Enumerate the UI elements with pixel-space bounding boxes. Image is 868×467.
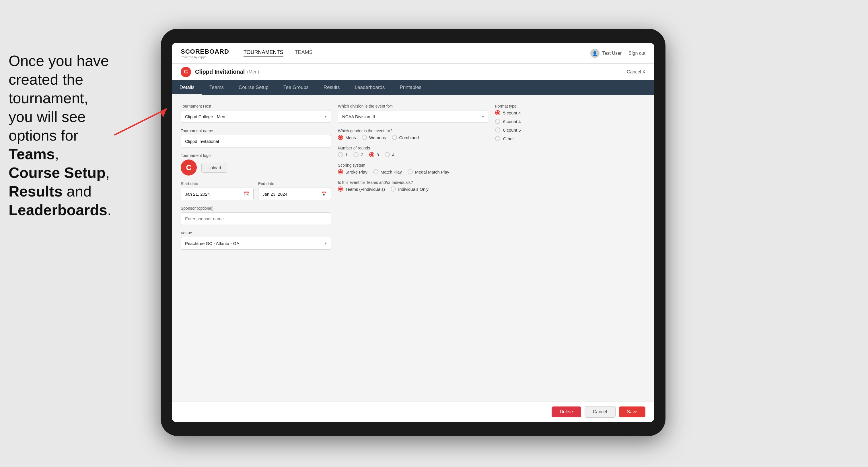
upload-button[interactable]: Upload — [202, 163, 227, 173]
format-6count5-radio[interactable] — [495, 127, 500, 132]
rounds-3-radio[interactable] — [369, 152, 374, 157]
tabs-bar: Details Teams Course Setup Tee Groups Re… — [172, 80, 654, 95]
format-type-label: Format type — [495, 104, 645, 108]
gender-label: Which gender is the event for? — [338, 128, 488, 133]
scoring-group: Scoring system Stroke Play Match Play — [338, 163, 488, 175]
rounds-3-option[interactable]: 3 — [369, 152, 379, 157]
individuals-only-radio[interactable] — [391, 186, 396, 192]
tournament-name-input[interactable] — [185, 139, 327, 144]
format-5count4-option[interactable]: 5 count 4 — [495, 110, 645, 115]
scoring-match-radio[interactable] — [373, 169, 378, 175]
format-other-label: Other — [503, 136, 514, 141]
teams-plus-individuals-option[interactable]: Teams (+Individuals) — [338, 186, 385, 192]
start-date-input[interactable]: Jan 21, 2024 📅 — [181, 188, 254, 200]
scoring-stroke-option[interactable]: Stroke Play — [338, 169, 368, 175]
venue-value: Peachtree GC - Atlanta - GA — [185, 241, 239, 246]
tab-printables[interactable]: Printables — [393, 80, 429, 95]
rounds-4-label: 4 — [392, 152, 395, 157]
logo-subtitle: Powered by clippd — [181, 55, 229, 59]
tournament-host-value: Clippd College - Men — [185, 114, 225, 119]
division-value: NCAA Division III — [342, 114, 375, 119]
teams-plus-individuals-radio[interactable] — [338, 186, 343, 192]
format-5count4-radio[interactable] — [495, 110, 500, 115]
format-6count4-option[interactable]: 6 count 4 — [495, 119, 645, 124]
gender-combined-label: Combined — [399, 135, 419, 140]
format-6count4-radio[interactable] — [495, 119, 500, 124]
tab-course-setup[interactable]: Course Setup — [231, 80, 276, 95]
tournament-name-label: Tournament name — [181, 128, 331, 133]
instruction-text: Once you have created the tournament, yo… — [0, 46, 138, 225]
rounds-1-radio[interactable] — [338, 152, 343, 157]
user-name: Test User — [602, 51, 622, 56]
gender-mens-radio[interactable] — [338, 135, 343, 140]
division-select[interactable]: NCAA Division III ▾ — [338, 110, 488, 123]
scoring-stroke-label: Stroke Play — [345, 169, 368, 175]
rounds-4-option[interactable]: 4 — [385, 152, 395, 157]
tab-details[interactable]: Details — [172, 80, 202, 95]
tab-teams[interactable]: Teams — [202, 80, 231, 95]
delete-button[interactable]: Delete — [552, 406, 581, 417]
tab-tee-groups[interactable]: Tee Groups — [276, 80, 316, 95]
rounds-1-label: 1 — [345, 152, 348, 157]
venue-group: Venue Peachtree GC - Atlanta - GA ▾ — [181, 230, 331, 250]
scoring-radio-row: Stroke Play Match Play Medal Match Play — [338, 169, 488, 175]
venue-label: Venue — [181, 230, 331, 235]
form-area: Tournament Host Clippd College - Men ▾ T… — [172, 95, 654, 402]
venue-select[interactable]: Peachtree GC - Atlanta - GA ▾ — [181, 237, 331, 250]
tournament-subtitle: (Men) — [247, 69, 259, 74]
gender-combined-radio[interactable] — [392, 135, 397, 140]
logo-area: SCOREBOARD Powered by clippd — [181, 48, 229, 59]
sponsor-group: Sponsor (optional) — [181, 206, 331, 225]
division-chevron-icon: ▾ — [482, 114, 484, 119]
sponsor-input[interactable] — [185, 216, 327, 221]
format-6count5-option[interactable]: 6 count 5 — [495, 127, 645, 132]
tablet-device: SCOREBOARD Powered by clippd TOURNAMENTS… — [161, 29, 665, 436]
end-date-label: End date — [258, 181, 331, 186]
cancel-button[interactable]: Cancel — [585, 406, 616, 418]
sign-out-link[interactable]: Sign out — [628, 51, 645, 56]
start-date-group: Start date Jan 21, 2024 📅 — [181, 181, 254, 200]
start-date-label: Start date — [181, 181, 254, 186]
start-date-value: Jan 21, 2024 — [185, 192, 210, 196]
individuals-only-option[interactable]: Individuals Only — [391, 186, 429, 192]
teams-plus-individuals-label: Teams (+Individuals) — [345, 187, 385, 192]
tournament-header: C Clippd Invitational (Men) Cancel X — [172, 64, 654, 80]
scoring-medal-match-option[interactable]: Medal Match Play — [408, 169, 449, 175]
format-other-option[interactable]: Other — [495, 136, 645, 141]
tab-leaderboards[interactable]: Leaderboards — [347, 80, 393, 95]
end-date-value: Jan 23, 2024 — [262, 192, 287, 196]
gender-womens-radio[interactable] — [362, 135, 367, 140]
rounds-radio-row: 1 2 3 4 — [338, 152, 488, 157]
tournament-cancel-button[interactable]: Cancel X — [627, 69, 645, 74]
nav-teams[interactable]: TEAMS — [295, 49, 313, 57]
gender-womens-option[interactable]: Womens — [362, 135, 386, 140]
rounds-1-option[interactable]: 1 — [338, 152, 348, 157]
format-other-radio[interactable] — [495, 136, 500, 141]
tab-results[interactable]: Results — [316, 80, 347, 95]
rounds-group: Number of rounds 1 2 — [338, 146, 488, 157]
rounds-2-label: 2 — [361, 152, 363, 157]
logo-circle: C — [181, 159, 197, 176]
scoring-stroke-radio[interactable] — [338, 169, 343, 175]
tournament-logo-label: Tournament logo — [181, 153, 331, 158]
format-6count4-label: 6 count 4 — [503, 119, 521, 124]
rounds-2-radio[interactable] — [353, 152, 359, 157]
rounds-4-radio[interactable] — [385, 152, 390, 157]
rounds-2-option[interactable]: 2 — [353, 152, 363, 157]
scoring-match-option[interactable]: Match Play — [373, 169, 402, 175]
tournament-host-select[interactable]: Clippd College - Men ▾ — [181, 110, 331, 123]
scoring-medal-match-label: Medal Match Play — [415, 169, 449, 175]
format-section: 5 count 4 6 count 4 6 count 5 — [495, 110, 645, 141]
gender-mens-option[interactable]: Mens — [338, 135, 356, 140]
end-date-input[interactable]: Jan 23, 2024 📅 — [258, 188, 331, 200]
save-button[interactable]: Save — [619, 406, 645, 417]
format-type-group: Format type 5 count 4 6 count 4 — [495, 104, 645, 141]
gender-group: Which gender is the event for? Mens Wome… — [338, 128, 488, 140]
action-bar: Delete Cancel Save — [172, 402, 654, 422]
gender-combined-option[interactable]: Combined — [392, 135, 419, 140]
teams-label: Is this event for Teams and/or Individua… — [338, 180, 488, 185]
tournament-name-input-wrapper — [181, 135, 331, 148]
gender-womens-label: Womens — [369, 135, 386, 140]
scoring-medal-match-radio[interactable] — [408, 169, 413, 175]
nav-tournaments[interactable]: TOURNAMENTS — [244, 49, 283, 57]
